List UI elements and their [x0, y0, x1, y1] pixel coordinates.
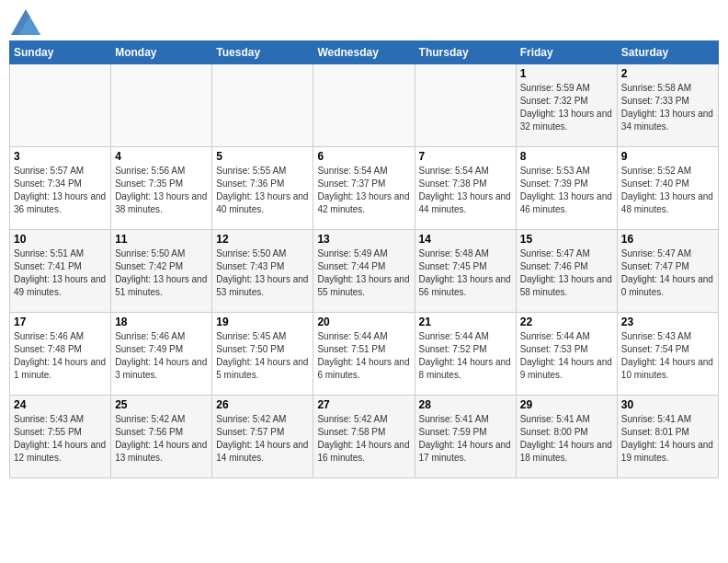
day-info: Sunrise: 5:46 AMSunset: 7:49 PMDaylight:…	[115, 330, 208, 382]
day-number: 5	[216, 150, 309, 163]
day-number: 2	[621, 67, 714, 80]
calendar-table: SundayMondayTuesdayWednesdayThursdayFrid…	[9, 40, 719, 478]
day-number: 1	[520, 67, 613, 80]
calendar-cell: 5Sunrise: 5:55 AMSunset: 7:36 PMDaylight…	[212, 147, 313, 230]
calendar-cell: 29Sunrise: 5:41 AMSunset: 8:00 PMDayligh…	[516, 396, 617, 478]
day-number: 30	[621, 398, 714, 411]
calendar-cell	[10, 64, 111, 147]
day-info: Sunrise: 5:56 AMSunset: 7:35 PMDaylight:…	[115, 165, 208, 216]
calendar-header-saturday: Saturday	[617, 41, 718, 64]
calendar-cell: 26Sunrise: 5:42 AMSunset: 7:57 PMDayligh…	[212, 396, 313, 478]
calendar-header-friday: Friday	[516, 41, 617, 64]
day-number: 8	[520, 150, 613, 163]
logo-icon	[11, 9, 40, 35]
calendar-cell: 24Sunrise: 5:43 AMSunset: 7:55 PMDayligh…	[10, 396, 111, 478]
calendar-cell	[415, 64, 516, 147]
calendar-cell: 8Sunrise: 5:53 AMSunset: 7:39 PMDaylight…	[516, 147, 617, 230]
day-info: Sunrise: 5:44 AMSunset: 7:52 PMDaylight:…	[419, 330, 512, 382]
calendar-cell: 13Sunrise: 5:49 AMSunset: 7:44 PMDayligh…	[313, 230, 415, 313]
calendar-header-monday: Monday	[111, 41, 212, 64]
calendar-cell	[111, 64, 212, 147]
calendar-cell: 19Sunrise: 5:45 AMSunset: 7:50 PMDayligh…	[212, 313, 313, 396]
day-number: 24	[14, 398, 107, 411]
day-number: 27	[317, 398, 410, 411]
day-number: 10	[14, 233, 107, 246]
calendar-cell: 30Sunrise: 5:41 AMSunset: 8:01 PMDayligh…	[617, 396, 718, 478]
calendar-cell: 17Sunrise: 5:46 AMSunset: 7:48 PMDayligh…	[10, 313, 111, 396]
calendar-cell	[212, 64, 313, 147]
day-number: 26	[216, 398, 309, 411]
day-number: 6	[317, 150, 410, 163]
calendar-cell: 9Sunrise: 5:52 AMSunset: 7:40 PMDaylight…	[617, 147, 718, 230]
calendar-week-3: 10Sunrise: 5:51 AMSunset: 7:41 PMDayligh…	[10, 230, 719, 313]
calendar-cell: 22Sunrise: 5:44 AMSunset: 7:53 PMDayligh…	[516, 313, 617, 396]
calendar-week-4: 17Sunrise: 5:46 AMSunset: 7:48 PMDayligh…	[10, 313, 719, 396]
page-header	[9, 9, 719, 35]
day-number: 19	[216, 316, 309, 328]
calendar-cell: 12Sunrise: 5:50 AMSunset: 7:43 PMDayligh…	[212, 230, 313, 313]
day-number: 17	[14, 316, 107, 328]
day-number: 13	[317, 233, 410, 246]
day-number: 3	[14, 150, 107, 163]
day-info: Sunrise: 5:47 AMSunset: 7:46 PMDaylight:…	[520, 247, 613, 299]
day-info: Sunrise: 5:55 AMSunset: 7:36 PMDaylight:…	[216, 165, 309, 216]
day-info: Sunrise: 5:41 AMSunset: 8:01 PMDaylight:…	[621, 413, 714, 465]
calendar-cell: 27Sunrise: 5:42 AMSunset: 7:58 PMDayligh…	[313, 396, 415, 478]
day-info: Sunrise: 5:54 AMSunset: 7:37 PMDaylight:…	[317, 165, 410, 216]
calendar-cell: 7Sunrise: 5:54 AMSunset: 7:38 PMDaylight…	[415, 147, 516, 230]
calendar-week-1: 1Sunrise: 5:59 AMSunset: 7:32 PMDaylight…	[10, 64, 719, 147]
day-number: 7	[419, 150, 512, 163]
day-info: Sunrise: 5:54 AMSunset: 7:38 PMDaylight:…	[419, 165, 512, 216]
calendar-week-5: 24Sunrise: 5:43 AMSunset: 7:55 PMDayligh…	[10, 396, 719, 478]
day-info: Sunrise: 5:53 AMSunset: 7:39 PMDaylight:…	[520, 165, 613, 216]
calendar-header-tuesday: Tuesday	[212, 41, 313, 64]
calendar-cell: 4Sunrise: 5:56 AMSunset: 7:35 PMDaylight…	[111, 147, 212, 230]
day-number: 11	[115, 233, 208, 246]
day-info: Sunrise: 5:57 AMSunset: 7:34 PMDaylight:…	[14, 165, 107, 216]
day-number: 22	[520, 316, 613, 328]
day-info: Sunrise: 5:41 AMSunset: 7:59 PMDaylight:…	[419, 413, 512, 465]
day-number: 16	[621, 233, 714, 246]
day-info: Sunrise: 5:43 AMSunset: 7:54 PMDaylight:…	[621, 330, 714, 382]
calendar-header-wednesday: Wednesday	[313, 41, 415, 64]
calendar-cell: 20Sunrise: 5:44 AMSunset: 7:51 PMDayligh…	[313, 313, 415, 396]
calendar-cell: 2Sunrise: 5:58 AMSunset: 7:33 PMDaylight…	[617, 64, 718, 147]
calendar-cell: 15Sunrise: 5:47 AMSunset: 7:46 PMDayligh…	[516, 230, 617, 313]
day-info: Sunrise: 5:42 AMSunset: 7:58 PMDaylight:…	[317, 413, 410, 465]
day-number: 23	[621, 316, 714, 328]
calendar-cell: 21Sunrise: 5:44 AMSunset: 7:52 PMDayligh…	[415, 313, 516, 396]
calendar-cell: 1Sunrise: 5:59 AMSunset: 7:32 PMDaylight…	[516, 64, 617, 147]
day-info: Sunrise: 5:48 AMSunset: 7:45 PMDaylight:…	[419, 247, 512, 299]
calendar-cell: 14Sunrise: 5:48 AMSunset: 7:45 PMDayligh…	[415, 230, 516, 313]
day-info: Sunrise: 5:49 AMSunset: 7:44 PMDaylight:…	[317, 247, 410, 299]
calendar-cell: 28Sunrise: 5:41 AMSunset: 7:59 PMDayligh…	[415, 396, 516, 478]
day-info: Sunrise: 5:42 AMSunset: 7:57 PMDaylight:…	[216, 413, 309, 465]
calendar-cell: 3Sunrise: 5:57 AMSunset: 7:34 PMDaylight…	[10, 147, 111, 230]
calendar-header-sunday: Sunday	[10, 41, 111, 64]
day-info: Sunrise: 5:51 AMSunset: 7:41 PMDaylight:…	[14, 247, 107, 299]
day-number: 14	[419, 233, 512, 246]
logo-area	[9, 9, 40, 35]
day-number: 25	[115, 398, 208, 411]
day-number: 18	[115, 316, 208, 328]
day-info: Sunrise: 5:42 AMSunset: 7:56 PMDaylight:…	[115, 413, 208, 465]
day-info: Sunrise: 5:50 AMSunset: 7:43 PMDaylight:…	[216, 247, 309, 299]
calendar-cell	[313, 64, 415, 147]
day-number: 4	[115, 150, 208, 163]
calendar-cell: 16Sunrise: 5:47 AMSunset: 7:47 PMDayligh…	[617, 230, 718, 313]
day-number: 15	[520, 233, 613, 246]
day-info: Sunrise: 5:58 AMSunset: 7:33 PMDaylight:…	[621, 82, 714, 133]
day-info: Sunrise: 5:44 AMSunset: 7:53 PMDaylight:…	[520, 330, 613, 382]
day-number: 9	[621, 150, 714, 163]
calendar-cell: 11Sunrise: 5:50 AMSunset: 7:42 PMDayligh…	[111, 230, 212, 313]
calendar-cell: 6Sunrise: 5:54 AMSunset: 7:37 PMDaylight…	[313, 147, 415, 230]
day-info: Sunrise: 5:59 AMSunset: 7:32 PMDaylight:…	[520, 82, 613, 133]
day-number: 20	[317, 316, 410, 328]
day-number: 21	[419, 316, 512, 328]
day-info: Sunrise: 5:45 AMSunset: 7:50 PMDaylight:…	[216, 330, 309, 382]
day-info: Sunrise: 5:47 AMSunset: 7:47 PMDaylight:…	[621, 247, 714, 299]
day-info: Sunrise: 5:46 AMSunset: 7:48 PMDaylight:…	[14, 330, 107, 382]
day-number: 28	[419, 398, 512, 411]
calendar-week-2: 3Sunrise: 5:57 AMSunset: 7:34 PMDaylight…	[10, 147, 719, 230]
day-info: Sunrise: 5:50 AMSunset: 7:42 PMDaylight:…	[115, 247, 208, 299]
